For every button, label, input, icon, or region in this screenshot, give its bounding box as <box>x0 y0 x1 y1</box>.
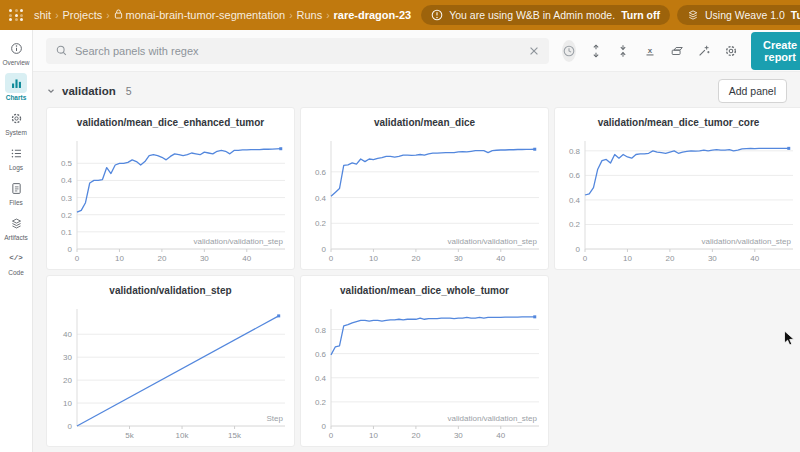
sidebar-item-charts[interactable]: Charts <box>0 73 32 101</box>
svg-text:0: 0 <box>329 431 334 440</box>
info-icon <box>5 38 27 58</box>
svg-text:10k: 10k <box>176 431 190 440</box>
wandb-logo[interactable] <box>9 9 24 21</box>
lock-icon <box>114 9 123 19</box>
panels-toolbar: x Create report <box>33 30 800 72</box>
breadcrumb-run-name[interactable]: rare-dragon-23 <box>334 9 412 21</box>
chart-panel-mean-dice-whole-tumor[interactable]: validation/mean_dice_whole_tumor 00.20.4… <box>300 275 549 447</box>
svg-text:5k: 5k <box>125 431 134 440</box>
svg-text:30: 30 <box>708 254 717 263</box>
sidebar-item-logs[interactable]: Logs <box>0 143 32 171</box>
svg-text:validation/validation_step: validation/validation_step <box>448 414 538 423</box>
admin-mode-banner[interactable]: You are using W&B in Admin mode. Turn of… <box>421 5 670 25</box>
section-header-validation: validation 5 Add panel <box>46 79 800 103</box>
section-title[interactable]: validation <box>62 85 116 97</box>
line-chart: 00.20.40.60.8010203040validation/validat… <box>301 303 548 446</box>
search-input[interactable] <box>75 45 521 57</box>
svg-text:10: 10 <box>115 254 124 263</box>
workspace-settings-gear-icon[interactable] <box>724 40 738 62</box>
line-chart: 00.20.40.60.8010203040validation/validat… <box>555 135 800 269</box>
svg-text:40: 40 <box>242 254 251 263</box>
line-chart: 00.20.40.6010203040validation/validation… <box>301 135 548 269</box>
svg-text:20: 20 <box>665 254 674 263</box>
weave-banner[interactable]: Using Weave 1.0 Turn off <box>677 5 800 25</box>
svg-text:0.2: 0.2 <box>315 219 327 228</box>
svg-text:30: 30 <box>454 431 463 440</box>
breadcrumb-user[interactable]: shit <box>34 9 51 21</box>
create-report-button[interactable]: Create report <box>751 32 800 70</box>
sidebar-item-artifacts[interactable]: Artifacts <box>0 213 32 241</box>
svg-text:0: 0 <box>329 254 334 263</box>
svg-text:0: 0 <box>583 254 588 263</box>
svg-text:10: 10 <box>369 254 378 263</box>
chart-panel-mean-dice-tumor-core[interactable]: validation/mean_dice_tumor_core 00.20.40… <box>554 107 800 270</box>
history-clock-icon[interactable] <box>562 40 576 62</box>
svg-text:10: 10 <box>369 431 378 440</box>
svg-text:0.5: 0.5 <box>61 159 73 168</box>
add-panel-button[interactable]: Add panel <box>718 79 787 103</box>
svg-text:0.4: 0.4 <box>315 194 327 203</box>
code-icon: </> <box>5 248 27 268</box>
svg-text:0.4: 0.4 <box>315 374 327 383</box>
breadcrumb-project[interactable]: monai-brain-tumor-segmentation <box>114 9 286 21</box>
bar-chart-icon <box>5 73 27 93</box>
sidebar-item-files[interactable]: Files <box>0 178 32 206</box>
sidebar-item-code[interactable]: </> Code <box>0 248 32 276</box>
sidebar-item-system[interactable]: System <box>0 108 32 136</box>
svg-text:10: 10 <box>623 254 632 263</box>
admin-banner-text: You are using W&B in Admin mode. <box>449 9 615 21</box>
svg-text:10: 10 <box>63 399 72 408</box>
svg-text:0: 0 <box>68 422 73 431</box>
breadcrumb-runs[interactable]: Runs <box>296 9 322 21</box>
chart-title: validation/mean_dice_whole_tumor <box>301 276 548 303</box>
breadcrumb-separator: › <box>289 10 292 21</box>
svg-text:0: 0 <box>576 245 581 254</box>
x-axis-settings-icon[interactable]: x <box>643 40 657 62</box>
breadcrumb: shit › Projects › monai-brain-tumor-segm… <box>31 9 414 21</box>
collapse-sections-icon[interactable] <box>616 40 630 62</box>
chart-title: validation/mean_dice_tumor_core <box>555 108 800 135</box>
line-chart: 0102030405k10k15kStep <box>47 303 294 446</box>
chart-panel-mean-dice[interactable]: validation/mean_dice 00.20.40.6010203040… <box>300 107 549 270</box>
svg-text:40: 40 <box>496 254 505 263</box>
expand-sections-icon[interactable] <box>589 40 603 62</box>
panel-layout-icon[interactable] <box>670 40 684 62</box>
chart-title: validation/validation_step <box>47 276 294 303</box>
admin-turn-off-button[interactable]: Turn off <box>621 9 660 21</box>
svg-text:0.6: 0.6 <box>315 350 327 359</box>
breadcrumb-projects[interactable]: Projects <box>62 9 102 21</box>
quick-add-sparkle-icon[interactable] <box>697 40 711 62</box>
svg-text:0.2: 0.2 <box>569 220 581 229</box>
svg-text:0.8: 0.8 <box>569 147 581 156</box>
svg-text:0: 0 <box>68 245 73 254</box>
svg-text:0.4: 0.4 <box>61 176 73 185</box>
svg-text:0: 0 <box>322 245 327 254</box>
svg-text:20: 20 <box>411 431 420 440</box>
search-icon <box>55 44 68 57</box>
svg-text:30: 30 <box>454 254 463 263</box>
sidebar-item-overview[interactable]: Overview <box>0 38 32 66</box>
chart-title: validation/mean_dice <box>301 108 548 135</box>
list-icon <box>5 143 27 163</box>
svg-text:0: 0 <box>75 254 80 263</box>
svg-text:20: 20 <box>157 254 166 263</box>
layers-icon <box>687 9 699 21</box>
svg-text:20: 20 <box>63 376 72 385</box>
svg-text:Step: Step <box>267 414 284 423</box>
clear-search-icon[interactable] <box>528 45 540 57</box>
run-sidebar: Overview Charts System Logs Files <box>0 30 33 452</box>
weave-turn-off-button[interactable]: Turn off <box>791 9 800 21</box>
chart-panel-mean-dice-enhanced-tumor[interactable]: validation/mean_dice_enhanced_tumor 00.1… <box>46 107 295 270</box>
svg-text:30: 30 <box>63 353 72 362</box>
chevron-down-icon[interactable] <box>46 86 56 96</box>
svg-text:x: x <box>648 45 653 54</box>
layers-stack-icon <box>5 213 27 233</box>
top-bar: shit › Projects › monai-brain-tumor-segm… <box>0 0 800 30</box>
svg-text:0.2: 0.2 <box>315 398 327 407</box>
alert-circle-icon <box>431 9 443 21</box>
svg-text:30: 30 <box>200 254 209 263</box>
panel-search[interactable] <box>46 38 549 64</box>
chart-panel-validation-step[interactable]: validation/validation_step 0102030405k10… <box>46 275 295 447</box>
svg-text:40: 40 <box>750 254 759 263</box>
svg-text:0.8: 0.8 <box>315 326 327 335</box>
